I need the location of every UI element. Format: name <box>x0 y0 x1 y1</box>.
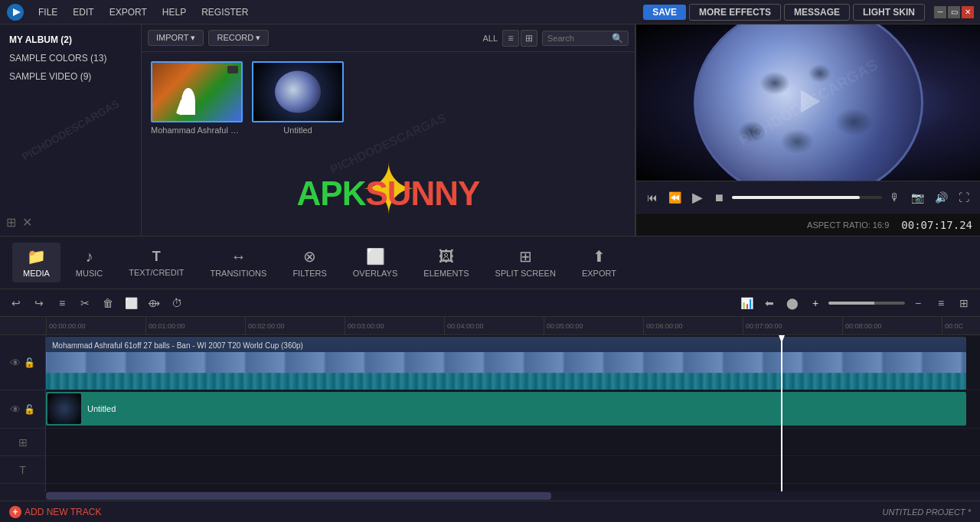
progress-track[interactable] <box>732 196 882 199</box>
timeline-ruler: 00:00:00:00 00:01:00:00 00:02:00:00 00:0… <box>0 317 980 335</box>
sidebar-action-btn-2[interactable]: ✕ <box>22 215 32 230</box>
tab-export[interactable]: ⬆ EXPORT <box>571 243 627 282</box>
timeline-view-btn1[interactable]: 📊 <box>737 293 756 313</box>
timeline-view-btn3[interactable]: ⬤ <box>782 293 802 313</box>
prev-frame-button[interactable]: ⏪ <box>665 190 684 205</box>
apksunny-watermark: ✦ APKSUNNY <box>297 175 480 213</box>
record-button[interactable]: RECORD ▾ <box>208 30 269 46</box>
menu-register[interactable]: REGISTER <box>195 4 254 21</box>
undo-button[interactable]: ↩ <box>6 293 26 313</box>
search-input[interactable] <box>547 34 609 43</box>
skin-button[interactable]: LIGHT SKIN <box>853 4 925 21</box>
media-thumb-cricket[interactable]: Mohammad Ashraful 61... <box>151 61 243 135</box>
zoom-in-btn[interactable]: ≡ <box>931 293 951 313</box>
ruler-mark-2: 00:02:00:00 <box>245 317 345 335</box>
main-area: PICHDODESCARGAS MY ALBUM (2) SAMPLE COLO… <box>0 24 980 522</box>
tab-text[interactable]: T TEXT/CREDIT <box>118 244 194 282</box>
ruler-mark-1: 00:01:00:00 <box>145 317 245 335</box>
save-button[interactable]: SAVE <box>643 5 686 20</box>
splitscreen-tab-label: SPLIT SCREEN <box>495 269 556 278</box>
preview-screen: PICHDODESCARGAS <box>636 24 980 181</box>
menu-edit[interactable]: EDIT <box>67 4 100 21</box>
close-button[interactable]: ✕ <box>962 6 974 18</box>
timeline-view-btn2[interactable]: ⬅ <box>760 293 779 313</box>
search-box: 🔍 <box>542 31 629 46</box>
sidebar-item-colors[interactable]: SAMPLE COLORS (13) <box>0 49 141 67</box>
message-button[interactable]: MESSAGE <box>784 4 850 21</box>
tool-tabs: 📁 MEDIA ♪ MUSIC T TEXT/CREDIT ↔ TRANSITI… <box>0 236 980 289</box>
grid-toggle-btn[interactable]: ⊞ <box>954 293 974 313</box>
tab-splitscreen[interactable]: ⊞ SPLIT SCREEN <box>485 243 567 282</box>
more-effects-button[interactable]: MORE EFFECTS <box>689 4 781 21</box>
play-button[interactable]: ▶ <box>689 188 706 207</box>
overlays-tab-label: OVERLAYS <box>353 269 398 278</box>
track1-eye-icon[interactable]: 👁 <box>10 357 21 369</box>
import-button[interactable]: IMPORT ▾ <box>148 30 204 46</box>
export-tab-label: EXPORT <box>582 269 616 278</box>
tab-music[interactable]: ♪ MUSIC <box>65 243 113 282</box>
menu-file[interactable]: FILE <box>32 4 64 21</box>
tab-filters[interactable]: ⊗ FILTERS <box>282 243 337 282</box>
tracks-container: 👁 🔓 👁 🔓 ⊞ T <box>0 335 980 491</box>
sidebar-action-btn-1[interactable]: ⊞ <box>6 215 16 230</box>
tab-transitions[interactable]: ↔ TRANSITIONS <box>199 243 277 282</box>
h-scrollbar[interactable] <box>0 491 980 501</box>
media-thumb-untitled[interactable]: Untitled <box>252 61 344 135</box>
music-tab-label: MUSIC <box>76 269 103 278</box>
camera-button[interactable]: 📷 <box>908 190 927 205</box>
fullscreen-button[interactable]: ⛶ <box>956 190 972 205</box>
tab-overlays[interactable]: ⬜ OVERLAYS <box>342 243 409 282</box>
add-track-label: ADD NEW TRACK <box>24 507 101 517</box>
playhead[interactable] <box>781 335 782 491</box>
tab-elements[interactable]: 🖼 ELEMENTS <box>413 243 479 282</box>
sidebar-item-sample-video[interactable]: SAMPLE VIDEO (9) <box>0 67 141 86</box>
h-scroll-thumb[interactable] <box>46 492 551 500</box>
apksunny-sunny: SUNNY <box>365 175 479 212</box>
color-track-2[interactable]: Untitled <box>46 392 966 426</box>
clock-button[interactable]: ⏱ <box>167 293 187 313</box>
filters-tab-label: FILTERS <box>292 269 326 278</box>
left-content: PICHDODESCARGAS MY ALBUM (2) SAMPLE COLO… <box>0 24 980 522</box>
cut-button[interactable]: ✂ <box>75 293 95 313</box>
zoom-out-btn[interactable]: − <box>908 293 928 313</box>
add-track-button[interactable]: + ADD NEW TRACK <box>9 506 101 518</box>
tab-media[interactable]: 📁 MEDIA <box>12 243 60 282</box>
grid-view-button[interactable]: ⊞ <box>521 30 537 47</box>
menu-help[interactable]: HELP <box>156 4 192 21</box>
upper-content: PICHDODESCARGAS MY ALBUM (2) SAMPLE COLO… <box>0 24 980 236</box>
ruler-mark-9: 00:0C <box>942 317 980 335</box>
timecode-display: 00:07:17.24 <box>901 219 972 231</box>
timeline-add-btn[interactable]: + <box>805 293 825 313</box>
minimize-button[interactable]: ─ <box>934 6 946 18</box>
delete-button[interactable]: 🗑 <box>98 293 118 313</box>
sidebar-item-my-album[interactable]: MY ALBUM (2) <box>0 31 141 49</box>
stop-button[interactable]: ⏹ <box>710 190 727 205</box>
split-button[interactable]: ⟴ <box>144 293 164 313</box>
cricket-thumbnail[interactable] <box>151 61 243 122</box>
track-label-1: 👁 🔓 <box>0 335 45 390</box>
redo-button[interactable]: ↪ <box>29 293 49 313</box>
video-track-1-label: Mohammad Ashraful 61off 27 balls - Ban -… <box>52 341 303 350</box>
maximize-button[interactable]: ▭ <box>948 6 960 18</box>
crop-button[interactable]: ⬜ <box>121 293 141 313</box>
track2-lock-icon[interactable]: 🔓 <box>24 404 35 415</box>
list-view-button[interactable]: ≡ <box>502 30 519 47</box>
mic-button[interactable]: 🎙 <box>887 190 903 205</box>
search-icon: 🔍 <box>612 33 623 44</box>
bottom-bar: + ADD NEW TRACK UNTITLED PROJECT * <box>0 501 980 522</box>
overlay-track-icon: ⊞ <box>18 436 28 449</box>
cricket-thumb-label: Mohammad Ashraful 61... <box>151 126 243 135</box>
timeline-toolbar: ↩ ↪ ≡ ✂ 🗑 ⬜ ⟴ ⏱ 📊 ⬅ ⬤ + − ≡ ⊞ <box>0 289 980 317</box>
go-start-button[interactable]: ⏮ <box>644 190 661 205</box>
zoom-slider[interactable] <box>828 302 905 305</box>
ruler-mark-4: 00:04:00:00 <box>444 317 544 335</box>
adjust-button[interactable]: ≡ <box>52 293 72 313</box>
window-controls: ─ ▭ ✕ <box>934 6 974 18</box>
track2-eye-icon[interactable]: 👁 <box>10 403 21 416</box>
menu-export[interactable]: EXPORT <box>103 4 153 21</box>
ruler-mark-8: 00:08:00:00 <box>842 317 942 335</box>
untitled-thumbnail[interactable] <box>252 61 344 122</box>
volume-button[interactable]: 🔊 <box>932 190 951 205</box>
overlays-tab-icon: ⬜ <box>366 247 385 266</box>
track1-lock-icon[interactable]: 🔓 <box>24 357 35 368</box>
